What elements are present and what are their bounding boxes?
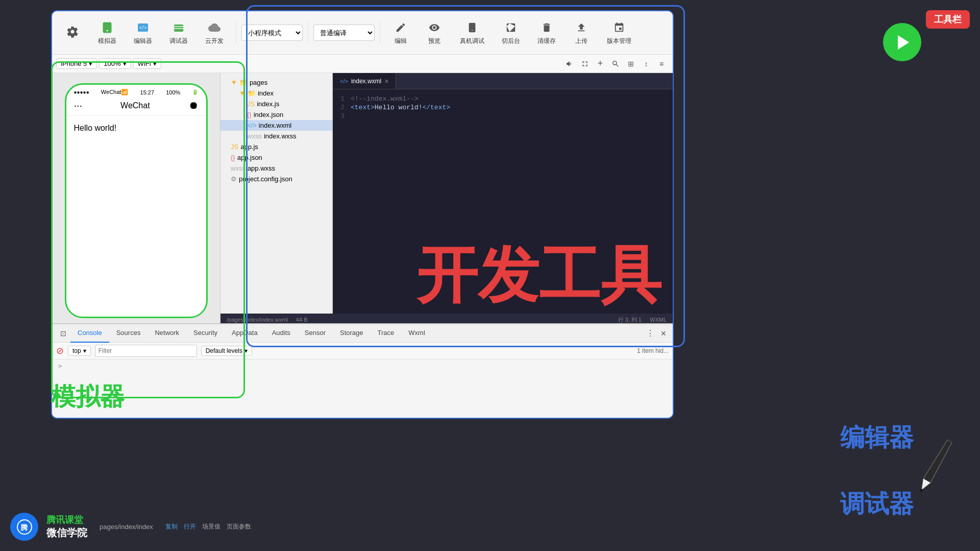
zoom-select[interactable]: 100% ▾ xyxy=(99,58,131,69)
preview-label: 预览 xyxy=(428,37,440,45)
app-wxss-label: app.wxss xyxy=(248,164,275,172)
cloud-icon xyxy=(207,20,222,35)
layout-icon[interactable]: ⊞ xyxy=(624,57,638,71)
editor-button[interactable]: </> 编辑器 xyxy=(127,17,159,49)
debug-tab-sources[interactable]: Sources xyxy=(109,324,148,343)
gear-icon xyxy=(65,25,80,39)
debug-tab-console[interactable]: Console xyxy=(70,324,109,343)
tab-wxml-icon: </> xyxy=(340,78,348,84)
debug-tab-security[interactable]: Security xyxy=(186,324,225,343)
debug-tab-appdata[interactable]: AppData xyxy=(225,324,265,343)
svg-rect-4 xyxy=(174,25,183,32)
list-icon[interactable]: ≡ xyxy=(654,57,669,71)
run-action[interactable]: 行开 xyxy=(184,522,196,531)
cut-back-label: 切后台 xyxy=(502,37,520,45)
search-button[interactable] xyxy=(608,57,623,71)
play-button[interactable] xyxy=(883,23,921,61)
simulator-section-label: 模拟器 xyxy=(51,380,125,413)
network-label: Network xyxy=(155,329,179,337)
device-select[interactable]: iPhone 5 ▾ xyxy=(56,58,97,69)
upload-button[interactable]: 上传 xyxy=(566,17,597,49)
debugger-button[interactable]: 调试器 xyxy=(162,17,195,49)
clear-cache-button[interactable]: 清缓存 xyxy=(530,17,563,49)
path-text: pages/index/index xyxy=(100,523,153,531)
edit-button[interactable]: 编辑 xyxy=(385,17,416,49)
mode-select[interactable]: 普通编译 xyxy=(313,25,375,41)
debug-tab-audits[interactable]: Audits xyxy=(265,324,298,343)
debug-tab-wxml[interactable]: Wxml xyxy=(401,324,432,343)
file-tree-app-wxss[interactable]: wxss app.wxss xyxy=(220,163,332,174)
debugger-close-icon[interactable]: ✕ xyxy=(658,327,669,340)
main-content: ●●●●● WeChat📶 15:27 100% 🔋 ··· WeChat ⏺ … xyxy=(52,73,673,323)
debug-tab-trace[interactable]: Trace xyxy=(371,324,402,343)
network-select[interactable]: WiFi ▾ xyxy=(133,58,161,69)
debugger-block-icon[interactable]: ⊡ xyxy=(56,329,70,338)
file-tree-index-js[interactable]: JS index.js xyxy=(220,99,332,109)
debug-tab-storage[interactable]: Storage xyxy=(333,324,371,343)
add-button[interactable]: + xyxy=(593,57,607,71)
code-line-3: 3 xyxy=(333,112,673,121)
app-wxss-icon: wxss xyxy=(231,164,246,172)
zoom-dropdown-icon: ▾ xyxy=(123,60,127,67)
editor-content[interactable]: 1 <!--index.wxml--> 2 <text>Hello world!… xyxy=(333,89,673,323)
file-size: 44 B xyxy=(296,317,308,323)
file-tree-project-config[interactable]: ⚙ project.config.json xyxy=(220,174,332,184)
svg-text:腾: 腾 xyxy=(20,523,28,532)
debugger-section-label: 调试器 xyxy=(840,488,914,520)
reset-action[interactable]: 复制 xyxy=(165,522,178,531)
simulator-button[interactable]: 模拟器 xyxy=(91,17,124,49)
line-number-3: 3 xyxy=(333,112,351,120)
time-display: 15:27 xyxy=(140,89,155,95)
context-select[interactable]: top ▾ xyxy=(68,346,91,356)
filter-input[interactable] xyxy=(95,345,197,357)
cut-back-button[interactable]: 切后台 xyxy=(495,17,527,49)
signal-indicator: ●●●●● xyxy=(74,89,89,95)
settings-button[interactable] xyxy=(57,21,88,44)
app-json-icon: {} xyxy=(231,154,235,161)
debug-tab-network[interactable]: Network xyxy=(148,324,186,343)
level-select[interactable]: Default levels ▾ xyxy=(201,346,252,356)
context-dropdown-icon: ▾ xyxy=(83,347,86,354)
file-tree-index-wxss[interactable]: wxss index.wxss xyxy=(220,131,332,141)
debugger-tabs: ⊡ Console Sources Network Security AppDa… xyxy=(52,324,673,343)
debug-tab-sensor[interactable]: Sensor xyxy=(298,324,333,343)
preview-button[interactable]: 预览 xyxy=(419,17,450,49)
breadcrumb-path: pages/index/index xyxy=(100,523,153,531)
console-label: Console xyxy=(78,329,102,337)
editor-tab-wxml[interactable]: </> index.wxml × xyxy=(333,73,396,89)
line-content-1: <!--index.wxml--> xyxy=(351,95,419,103)
cursor-position: 行 3, 列 1 xyxy=(618,316,642,324)
bug-icon xyxy=(172,20,186,35)
hello-world-text: Hello world! xyxy=(74,124,117,132)
cloud-button[interactable]: 云开发 xyxy=(198,17,231,49)
security-label: Security xyxy=(193,329,217,337)
tab-close-icon[interactable]: × xyxy=(384,77,388,85)
phone-frame: ●●●●● WeChat📶 15:27 100% 🔋 ··· WeChat ⏺ … xyxy=(65,83,208,318)
simulator-panel: ●●●●● WeChat📶 15:27 100% 🔋 ··· WeChat ⏺ … xyxy=(52,73,220,323)
fullscreen-button[interactable] xyxy=(578,57,592,71)
file-tree-index-json[interactable]: {} index.json xyxy=(220,109,332,120)
file-tree-index-folder[interactable]: ▼ 📁 index xyxy=(220,88,332,99)
storage-label: Storage xyxy=(340,329,363,337)
version-button[interactable]: 版本管理 xyxy=(600,17,639,49)
version-label: 版本管理 xyxy=(607,37,631,45)
code-line-2: 2 <text>Hello world!</text> xyxy=(333,103,673,112)
battery-icon: 🔋 xyxy=(192,89,198,95)
real-device-button[interactable]: 真机调试 xyxy=(453,17,492,49)
tencent-badge-text: 工具栏 xyxy=(934,14,962,25)
brand-area: 腾 腾讯课堂 微信学院 pages/index/index 复制 行开 场景值 … xyxy=(10,513,251,541)
file-tree-index-wxml[interactable]: </> index.wxml xyxy=(220,120,332,131)
index-folder-label: index xyxy=(258,89,274,97)
file-tree-pages[interactable]: ▼ 📁 pages xyxy=(220,77,332,88)
debugger-more-icon[interactable]: ⋮ xyxy=(644,326,656,340)
file-tree-app-json[interactable]: {} app.json xyxy=(220,152,332,163)
console-area[interactable]: > xyxy=(52,360,673,373)
debugger-toolbar: ⊘ top ▾ Default levels ▾ 1 item hid... xyxy=(52,343,673,360)
app-title: WeChat xyxy=(82,101,188,110)
file-tree-app-js[interactable]: JS app.js xyxy=(220,141,332,152)
compile-mode-select[interactable]: 小程序模式 xyxy=(241,25,303,41)
stop-icon[interactable]: ⊘ xyxy=(56,345,64,356)
mute-button[interactable] xyxy=(562,57,577,71)
arrow-icon[interactable]: ↕ xyxy=(639,57,653,71)
classroom-name: 腾讯课堂 xyxy=(46,514,87,526)
